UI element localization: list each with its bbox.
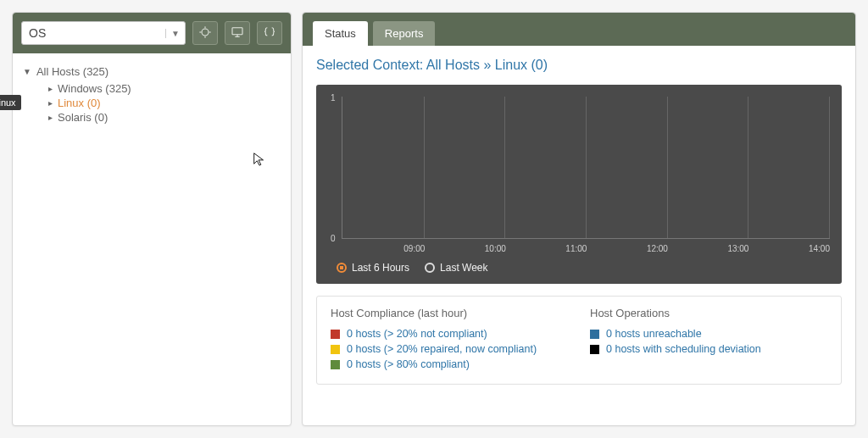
summary-panel: Host Compliance (last hour) 0 hosts (> 2… <box>316 296 842 385</box>
host-tree: ▼ All Hosts (325) ▸ Windows (325) ▸ Linu… <box>13 53 291 425</box>
main-panel: Status Reports Selected Context: All Hos… <box>302 12 856 426</box>
tree-root-label: All Hosts (325) <box>36 65 108 78</box>
filter-select[interactable]: OS ▼ <box>21 21 186 45</box>
filter-select-label: OS <box>29 26 46 40</box>
legend-label: 0 hosts (> 80% compliant) <box>347 358 470 370</box>
context-title: Selected Context: All Hosts » Linux (0) <box>316 58 842 73</box>
svg-point-0 <box>202 29 209 36</box>
x-label: 11:00 <box>565 244 587 253</box>
compliance-column: Host Compliance (last hour) 0 hosts (> 2… <box>331 307 568 374</box>
target-icon <box>198 25 212 42</box>
chart-area: 1 0 <box>342 97 830 239</box>
sidebar-toolbar: OS ▼ <box>13 13 291 53</box>
x-label: 10:00 <box>485 244 506 253</box>
monitor-icon <box>231 25 244 42</box>
legend-label: 0 hosts with scheduling deviation <box>606 343 761 355</box>
compliance-row[interactable]: 0 hosts (> 80% compliant) <box>331 358 568 370</box>
tab-reports[interactable]: Reports <box>373 21 436 46</box>
range-last-6-hours[interactable]: Last 6 Hours <box>337 262 409 274</box>
tree-root[interactable]: ▼ All Hosts (325) <box>23 65 281 78</box>
radio-icon <box>337 263 347 273</box>
x-axis-labels: . 09:00 10:00 11:00 12:00 13:00 14:00 <box>342 244 830 253</box>
tab-bar: Status Reports <box>313 21 845 46</box>
swatch-icon <box>331 360 340 369</box>
swatch-icon <box>331 345 340 354</box>
compliance-title: Host Compliance (last hour) <box>331 307 568 319</box>
monitor-button[interactable] <box>225 21 250 45</box>
y-label-min: 0 <box>331 234 336 243</box>
swatch-icon <box>590 345 599 354</box>
tree-item-label: Windows (325) <box>58 82 131 95</box>
operations-column: Host Operations 0 hosts unreachable 0 ho… <box>590 307 827 374</box>
svg-rect-5 <box>232 27 242 34</box>
main-body: Selected Context: All Hosts » Linux (0) … <box>303 46 855 425</box>
chevron-right-icon: ▸ <box>48 113 53 122</box>
app-root: OS ▼ ▼ All Hosts (325) <box>0 0 868 438</box>
tree-children: ▸ Windows (325) ▸ Linux (0) ▸ Solaris (0… <box>48 81 281 125</box>
x-label: 09:00 <box>403 244 425 253</box>
tree-item-label: Solaris (0) <box>58 111 108 124</box>
tree-item-solaris[interactable]: ▸ Solaris (0) <box>48 110 281 125</box>
legend-label: 0 hosts (> 20% repaired, now compliant) <box>347 343 537 355</box>
tree-item-label: Linux (0) <box>58 97 101 109</box>
tab-status[interactable]: Status <box>313 21 368 46</box>
gridlines <box>342 97 830 238</box>
chevron-down-icon: ▼ <box>23 67 31 76</box>
compliance-row[interactable]: 0 hosts (> 20% not compliant) <box>331 328 568 340</box>
time-range-group: Last 6 Hours Last Week <box>337 262 830 274</box>
legend-label: 0 hosts unreachable <box>606 328 702 340</box>
x-label: 14:00 <box>809 244 830 253</box>
operations-title: Host Operations <box>590 307 827 319</box>
tree-tooltip: linux <box>0 95 21 110</box>
main-toolbar: Status Reports <box>303 13 855 46</box>
caret-down-icon: ▼ <box>165 29 180 38</box>
legend-label: 0 hosts (> 20% not compliant) <box>347 328 487 340</box>
radio-icon <box>425 263 435 273</box>
x-label: 13:00 <box>727 244 748 253</box>
target-button[interactable] <box>192 21 218 45</box>
chevron-right-icon: ▸ <box>48 84 53 93</box>
x-label: 12:00 <box>647 244 668 253</box>
tree-item-windows[interactable]: ▸ Windows (325) <box>48 81 281 96</box>
range-last-week[interactable]: Last Week <box>425 262 487 274</box>
tree-item-linux[interactable]: ▸ Linux (0) <box>48 96 281 110</box>
swatch-icon <box>590 330 599 339</box>
radio-label: Last 6 Hours <box>352 262 409 274</box>
operations-row[interactable]: 0 hosts unreachable <box>590 328 827 340</box>
chart-panel: 1 0 . 09:00 10:00 11:00 12:00 13:00 14:0… <box>316 85 842 284</box>
chevron-right-icon: ▸ <box>48 98 53 108</box>
swatch-icon <box>331 330 340 339</box>
operations-row[interactable]: 0 hosts with scheduling deviation <box>590 343 827 355</box>
braces-icon <box>263 25 276 42</box>
code-button[interactable] <box>257 21 282 45</box>
compliance-row[interactable]: 0 hosts (> 20% repaired, now compliant) <box>331 343 568 355</box>
cursor-icon <box>252 152 267 167</box>
radio-label: Last Week <box>440 262 487 274</box>
y-label-max: 1 <box>331 93 336 103</box>
sidebar-panel: OS ▼ ▼ All Hosts (325) <box>12 12 292 426</box>
